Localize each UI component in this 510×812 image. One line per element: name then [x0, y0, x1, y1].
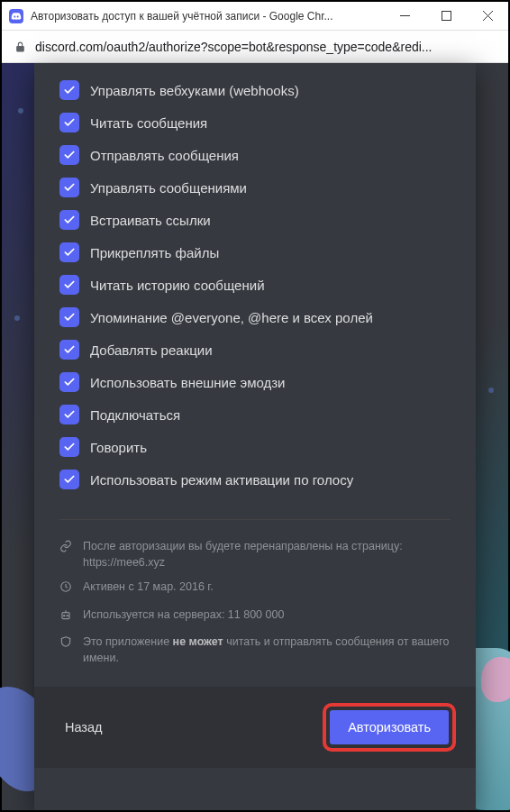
- permission-label: Использовать режим активации по голосу: [90, 472, 353, 488]
- svg-point-7: [67, 615, 68, 616]
- permission-checkbox[interactable]: [59, 178, 79, 197]
- svg-point-6: [64, 615, 65, 616]
- info-section: После авторизации вы будете перенаправле…: [34, 520, 476, 687]
- window-title: Авторизовать доступ к вашей учётной запи…: [31, 10, 384, 23]
- bg-decoration: [488, 388, 494, 393]
- dialog-footer: Назад Авторизовать: [34, 687, 476, 768]
- permission-checkbox[interactable]: [59, 437, 79, 457]
- permission-item: Говорить: [59, 431, 451, 463]
- permission-label: Читать историю сообщений: [90, 278, 265, 293]
- permission-checkbox[interactable]: [59, 405, 79, 424]
- minimize-button[interactable]: [384, 2, 425, 30]
- permission-checkbox[interactable]: [59, 307, 79, 327]
- lock-icon: [14, 41, 26, 53]
- close-button[interactable]: [467, 2, 508, 30]
- maximize-button[interactable]: [425, 2, 467, 30]
- robot-icon: [59, 608, 74, 626]
- info-text: Это приложение не может читать и отправл…: [83, 634, 451, 666]
- info-redirect: После авторизации вы будете перенаправле…: [59, 534, 451, 575]
- bg-decoration: [481, 657, 510, 702]
- permission-label: Управлять сообщениями: [90, 180, 247, 196]
- back-button[interactable]: Назад: [54, 711, 114, 744]
- permission-item: Прикреплять файлы: [59, 236, 451, 269]
- permission-label: Управлять вебхуками (webhooks): [90, 83, 299, 98]
- permission-item: Читать историю сообщений: [59, 269, 451, 301]
- permission-checkbox[interactable]: [59, 372, 79, 392]
- permission-label: Читать сообщения: [90, 115, 207, 131]
- permission-item: Подключаться: [59, 398, 451, 431]
- permission-checkbox[interactable]: [59, 210, 79, 230]
- permission-label: Использовать внешние эмодзи: [90, 375, 286, 390]
- permission-checkbox[interactable]: [59, 113, 79, 132]
- permission-checkbox[interactable]: [59, 145, 79, 165]
- shield-icon: [59, 635, 74, 653]
- permission-item: Встраивать ссылки: [59, 204, 451, 236]
- authorize-dialog: Управлять вебхуками (webhooks) Читать со…: [34, 63, 476, 810]
- permission-label: Прикреплять файлы: [90, 245, 219, 260]
- permission-item: Управлять сообщениями: [59, 171, 451, 204]
- info-text: После авторизации вы будете перенаправле…: [83, 539, 403, 570]
- permission-item: Упоминание @everyone, @here и всех ролей: [59, 301, 451, 333]
- highlight-annotation: Авторизовать: [323, 703, 456, 752]
- info-servers: Используется на серверах: 11 800 000: [59, 603, 451, 631]
- url-text: discord.com/oauth2/authorize?scope=bot&r…: [35, 40, 433, 54]
- info-active: Активен с 17 мар. 2016 г.: [59, 575, 451, 603]
- permission-item: Добавлять реакции: [59, 333, 451, 366]
- permission-item: Отправлять сообщения: [59, 139, 451, 171]
- permission-checkbox[interactable]: [59, 275, 79, 295]
- permissions-list: Управлять вебхуками (webhooks) Читать со…: [34, 63, 476, 503]
- window-title-bar: Авторизовать доступ к вашей учётной запи…: [2, 2, 508, 31]
- permission-checkbox[interactable]: [59, 340, 79, 360]
- permission-label: Подключаться: [90, 407, 180, 423]
- permission-label: Отправлять сообщения: [90, 148, 239, 163]
- authorize-button[interactable]: Авторизовать: [330, 710, 449, 744]
- permission-label: Упоминание @everyone, @here и всех ролей: [90, 310, 373, 325]
- permission-label: Встраивать ссылки: [90, 213, 211, 228]
- discord-favicon: [9, 9, 23, 23]
- permission-checkbox[interactable]: [59, 80, 79, 100]
- permission-checkbox[interactable]: [59, 470, 79, 489]
- bg-decoration: [14, 315, 20, 321]
- bg-decoration: [18, 108, 23, 114]
- link-icon: [59, 540, 74, 558]
- permission-item: Использовать режим активации по голосу: [59, 463, 451, 496]
- address-bar[interactable]: discord.com/oauth2/authorize?scope=bot&r…: [2, 31, 508, 63]
- clock-icon: [59, 580, 74, 598]
- permission-checkbox[interactable]: [59, 242, 79, 262]
- svg-rect-1: [442, 12, 451, 21]
- info-disclaimer: Это приложение не может читать и отправл…: [59, 630, 451, 671]
- permission-label: Добавлять реакции: [90, 342, 213, 358]
- permission-item: Читать сообщения: [59, 106, 451, 139]
- permission-item: Использовать внешние эмодзи: [59, 366, 451, 398]
- permission-label: Говорить: [90, 440, 147, 455]
- permission-item: Управлять вебхуками (webhooks): [59, 74, 451, 106]
- info-text: Активен с 17 мар. 2016 г.: [83, 579, 214, 596]
- content-area: Управлять вебхуками (webhooks) Читать со…: [2, 63, 508, 810]
- info-text: Используется на серверах: 11 800 000: [83, 607, 284, 624]
